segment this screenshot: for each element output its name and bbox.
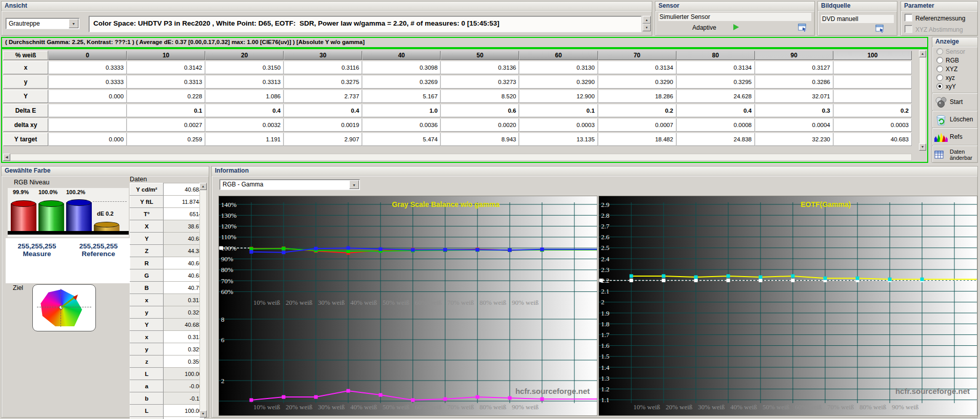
column-header[interactable]: 20 <box>205 51 284 60</box>
daten-scroll-up-icon[interactable]: ▲ <box>199 183 207 190</box>
table-scroll-up-icon[interactable]: ▲ <box>919 50 926 57</box>
radio-icon[interactable] <box>936 74 943 81</box>
start-button[interactable]: Start <box>932 93 977 111</box>
radio-icon[interactable] <box>936 83 943 90</box>
table-cell[interactable]: 0.3127 <box>755 61 833 74</box>
measures-spinner[interactable]: ▲ ▼ <box>643 16 651 31</box>
table-scroll-left-icon[interactable]: ◀ <box>3 154 10 161</box>
table-cell[interactable]: 0.0036 <box>362 118 441 132</box>
table-cell[interactable]: 0.0019 <box>284 118 362 132</box>
table-cell[interactable]: 32.230 <box>755 133 833 146</box>
table-cell[interactable]: 2.737 <box>284 90 362 103</box>
table-cell[interactable]: 0.3290 <box>519 75 597 89</box>
table-cell[interactable]: 0.000 <box>48 133 127 146</box>
table-cell[interactable]: 1.0 <box>362 104 441 117</box>
table-cell[interactable]: 0.3295 <box>676 75 755 89</box>
column-header[interactable]: 60 <box>519 51 597 60</box>
table-cell[interactable]: 0.4 <box>284 104 362 117</box>
table-cell[interactable]: 24.838 <box>676 133 755 146</box>
table-cell[interactable]: 0.259 <box>127 133 205 146</box>
refs-button[interactable]: Refs <box>932 128 977 145</box>
table-cell[interactable]: 0.3142 <box>127 61 205 74</box>
column-header[interactable]: 0 <box>48 51 127 60</box>
table-cell[interactable]: 0.0020 <box>441 118 519 132</box>
daten-scroll-track[interactable] <box>199 183 207 417</box>
column-header[interactable]: 10 <box>127 51 205 60</box>
table-scroll-down-icon[interactable]: ▼ <box>919 143 926 151</box>
table-cell[interactable] <box>48 118 127 132</box>
view-select[interactable]: Grautreppe ▼ <box>6 18 79 29</box>
column-header[interactable]: 30 <box>284 51 362 60</box>
table-cell[interactable]: 0.3136 <box>441 61 519 74</box>
chevron-down-icon[interactable]: ▼ <box>349 180 359 189</box>
column-header[interactable]: 80 <box>676 51 755 60</box>
table-cell[interactable]: 0.3116 <box>284 61 362 74</box>
table-cell[interactable]: 0.1 <box>127 104 205 117</box>
row-label[interactable]: Y <box>3 90 48 103</box>
row-label[interactable]: y <box>3 75 48 89</box>
radio-icon[interactable] <box>936 57 943 64</box>
table-cell[interactable]: 0.2 <box>598 104 676 117</box>
referenzmessung-checkbox[interactable] <box>905 14 912 22</box>
table-cell[interactable]: 0.228 <box>127 90 205 103</box>
table-cell[interactable]: 0.3125 <box>833 61 912 74</box>
table-cell[interactable]: 0.3098 <box>362 61 441 74</box>
table-vscroll-track[interactable] <box>919 50 926 151</box>
loeschen-button[interactable]: Löschen <box>932 110 977 128</box>
column-header[interactable]: 50 <box>441 51 519 60</box>
table-hscroll-track[interactable] <box>3 154 912 161</box>
table-cell[interactable]: 0.000 <box>48 90 127 103</box>
sensor-mode[interactable]: Adaptive <box>692 24 716 31</box>
anzeige-radio-xyz[interactable]: xyz <box>932 74 977 82</box>
table-cell[interactable]: 0.0032 <box>205 118 284 132</box>
table-cell[interactable]: 0.0007 <box>598 118 676 132</box>
table-cell[interactable]: 0.0008 <box>676 118 755 132</box>
table-cell[interactable]: 0.3269 <box>362 75 441 89</box>
table-cell[interactable]: 0.1 <box>519 104 597 117</box>
table-cell[interactable]: 0.3313 <box>205 75 284 89</box>
sensor-config-icon[interactable] <box>798 23 808 32</box>
table-cell[interactable]: 0.2 <box>833 104 912 117</box>
table-cell[interactable]: 32.071 <box>755 90 833 103</box>
table-cell[interactable]: 0.3134 <box>598 61 676 74</box>
row-label[interactable]: Y target <box>3 133 48 146</box>
row-label[interactable]: x <box>3 61 48 74</box>
table-cell[interactable]: 18.286 <box>598 90 676 103</box>
table-cell[interactable]: 0.0003 <box>519 118 597 132</box>
table-cell[interactable]: 12.900 <box>519 90 597 103</box>
table-cell[interactable]: 0.3150 <box>205 61 284 74</box>
row-label[interactable]: delta xy <box>3 118 48 132</box>
anzeige-radio-xyz[interactable]: XYZ <box>932 65 977 74</box>
table-cell[interactable]: 0.3313 <box>127 75 205 89</box>
table-cell[interactable]: 24.628 <box>676 90 755 103</box>
table-cell[interactable]: 0.4 <box>205 104 284 117</box>
daten-scroll-down-icon[interactable]: ▼ <box>199 410 207 417</box>
daten-aenderbar-button[interactable]: Daten änderbar <box>932 145 977 164</box>
table-cell[interactable]: 40.683 <box>833 133 912 146</box>
table-cell[interactable]: 0.3130 <box>519 61 597 74</box>
spinner-up-icon[interactable]: ▲ <box>643 16 651 24</box>
column-header[interactable]: 70 <box>598 51 676 60</box>
table-cell[interactable]: 8.943 <box>441 133 519 146</box>
column-header[interactable]: 40 <box>362 51 441 60</box>
column-header[interactable]: 100 <box>833 51 912 60</box>
table-cell[interactable]: 0.3 <box>755 104 833 117</box>
table-cell[interactable]: 0.0004 <box>755 118 833 132</box>
row-label[interactable]: Delta E <box>3 104 48 117</box>
spinner-down-icon[interactable]: ▼ <box>643 24 651 31</box>
table-cell[interactable]: 0.3275 <box>284 75 362 89</box>
table-cell[interactable]: 0.3290 <box>598 75 676 89</box>
table-cell[interactable]: 40.683 <box>833 90 912 103</box>
table-cell[interactable]: 5.167 <box>362 90 441 103</box>
table-cell[interactable]: 1.086 <box>205 90 284 103</box>
table-cell[interactable]: 0.3333 <box>48 75 127 89</box>
table-cell[interactable]: 0.0027 <box>127 118 205 132</box>
table-cell[interactable]: 13.135 <box>519 133 597 146</box>
table-cell[interactable]: 0.6 <box>441 104 519 117</box>
anzeige-radio-xyy[interactable]: xyY <box>932 82 977 91</box>
table-cell[interactable]: 0.3333 <box>48 61 127 74</box>
bildquelle-config-icon[interactable] <box>875 24 885 33</box>
table-cell[interactable] <box>48 104 127 117</box>
table-cell[interactable]: 0.0003 <box>833 118 912 132</box>
anzeige-radio-rgb[interactable]: RGB <box>932 56 977 65</box>
